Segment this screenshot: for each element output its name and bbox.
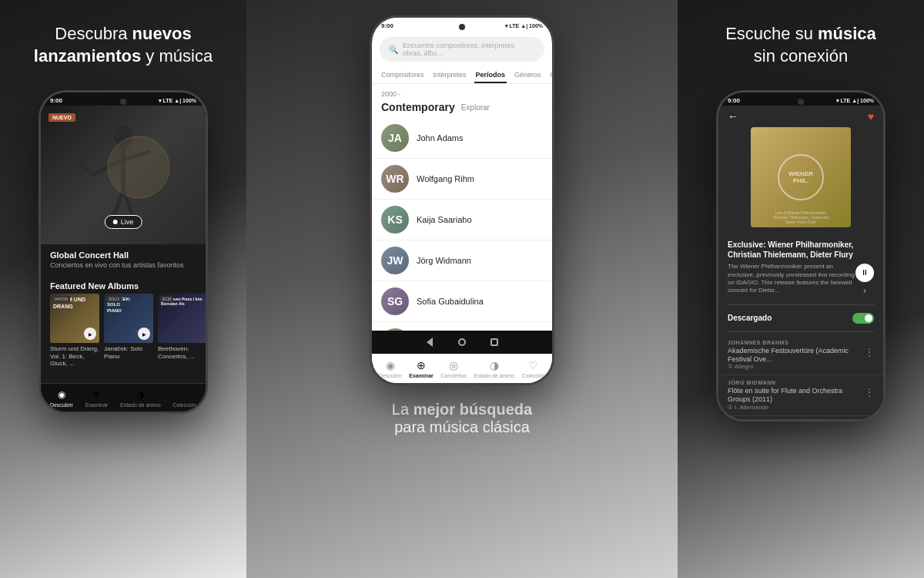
cnav-label-examinar: Examinar xyxy=(409,373,434,378)
album-item-1[interactable]: STURM UND DRANG HAYDN ▶ Sturm und Drang,… xyxy=(50,294,99,368)
album-cover-2: JANÁČEK:SOLOPIANO SOLO ▶ xyxy=(104,294,153,343)
composer-item-wolfgang-rihm[interactable]: WR Wolfgang Rihm xyxy=(372,159,552,200)
play-row-right: The Wiener Philharmoniker present an exc… xyxy=(728,263,874,297)
albums-row: STURM UND DRANG HAYDN ▶ Sturm und Drang,… xyxy=(41,294,206,368)
live-badge: Live xyxy=(105,215,142,229)
time-left: 9:00 xyxy=(50,97,62,104)
track-composer-2: JÖRG WIDMANN xyxy=(728,380,874,385)
cnav-item-coleccion2[interactable]: ♡ Colección xyxy=(521,359,545,378)
track-more-1[interactable]: ⋮ xyxy=(865,347,874,358)
bottom-nav-center: ◉ Descubrir ⊕ Examinar ◎ Conciertos ◑ Es… xyxy=(372,354,552,383)
composer-item-george-benjamin[interactable]: GB George Benjamin xyxy=(372,322,552,331)
album-cover-1: STURM UND DRANG HAYDN ▶ xyxy=(50,294,99,343)
track-movement-1: ① Allegro xyxy=(728,363,865,370)
cnav-label-descubrir: Descubrir xyxy=(379,373,402,378)
track-item-2[interactable]: JÖRG WIDMANN Flöte en suite for Flute an… xyxy=(718,375,883,416)
left-phone: 9:00 ▾ LTE ▲| 100% NUEVO xyxy=(38,90,208,414)
back-btn-center[interactable] xyxy=(423,335,437,349)
nav-label-discover: Descubrir xyxy=(50,402,73,408)
right-header: ← ♥ xyxy=(718,106,883,127)
composer-avatar-kaija-saariaho: KS xyxy=(381,206,409,234)
album-title-1: Sturm und Drang, Vol. 1: Beck, Gluck, ..… xyxy=(50,345,99,368)
track-composer-1: JOHANNES BRAHMS xyxy=(728,340,874,345)
concert-title: Global Concert Hall xyxy=(50,250,196,260)
phone-camera-left xyxy=(120,99,126,105)
play-button-right[interactable]: ⏸ xyxy=(855,264,874,282)
composer-list: JA John Adams WR Wolfgang Rihm KS Kaija … xyxy=(372,118,552,331)
recents-btn-center[interactable] xyxy=(487,335,501,349)
nav-item-estado[interactable]: ◑ Estado de ánimo xyxy=(120,388,161,408)
status-icons-left: ▾ LTE ▲| 100% xyxy=(159,98,197,104)
cnav-item-estado2[interactable]: ◑ Estado de ánimo xyxy=(474,359,514,378)
right-track-info: Exclusive: Wiener Philharmoniker, Christ… xyxy=(718,235,883,301)
album-item-2[interactable]: JANÁČEK:SOLOPIANO SOLO ▶ Janáček: Solo P… xyxy=(104,294,153,368)
track-more-2[interactable]: ⋮ xyxy=(865,387,874,398)
album-title-3: Beethoven: Concertos, ... xyxy=(158,345,206,360)
track-desc-right: The Wiener Philharmoniker present an exc… xyxy=(728,263,855,295)
cnav-item-conciertos[interactable]: ◎ Conciertos xyxy=(440,359,466,378)
track-movement-2: ① I. Allemande xyxy=(728,404,865,411)
concert-info: Global Concert Hall Conciertos en vivo c… xyxy=(41,244,206,275)
period-year: 2000 - xyxy=(372,84,552,99)
track-list-right: JOHANNES BRAHMS Akademische Festouvertür… xyxy=(718,335,883,419)
download-toggle[interactable] xyxy=(852,313,874,324)
bottom-nav-left: ◉ Descubrir ⊕ Examinar ◑ Estado de ánimo… xyxy=(41,383,206,412)
nav-label-estado: Estado de ánimo xyxy=(120,402,161,408)
track-item-3[interactable]: JÖRG WIDMANN Flöte en suite for Flute an… xyxy=(718,416,883,419)
tab-interpretes[interactable]: Intérpretes xyxy=(432,68,468,83)
filter-tabs: Compositores Intérpretes Períodos Género… xyxy=(372,68,552,84)
divider-right-2 xyxy=(728,331,874,332)
center-panel: 9:00 ▾ LTE ▲| 100% 🔍 Encuentre composito… xyxy=(246,0,678,578)
play-btn-1[interactable]: ▶ xyxy=(84,328,96,340)
composer-item-jorg-widmann[interactable]: JW Jörg Widmann xyxy=(372,240,552,281)
composer-item-john-adams[interactable]: JA John Adams xyxy=(372,118,552,159)
center-phone-screen: 9:00 ▾ LTE ▲| 100% 🔍 Encuentre composito… xyxy=(372,18,552,383)
cnav-item-descubrir[interactable]: ◉ Descubrir xyxy=(379,359,402,378)
track-item-1[interactable]: JOHANNES BRAHMS Akademische Festouvertür… xyxy=(718,335,883,376)
tab-compositores[interactable]: Compositores xyxy=(380,68,426,83)
nav-label-examinar: Examinar xyxy=(85,402,109,408)
track-name-2: Flöte en suite for Flute and Orchestra G… xyxy=(728,387,865,404)
cnav-item-examinar[interactable]: ⊕ Examinar xyxy=(409,359,434,378)
period-title: Contemporary xyxy=(381,101,455,113)
right-phone: 9:00 ▾ LTE ▲| 100% ← ♥ WIENERPHIL. Live … xyxy=(716,90,886,422)
track-name-1: Akademische Festouvertüre (Academic Fest… xyxy=(728,347,865,364)
composer-avatar-wolfgang-rihm: WR xyxy=(381,165,409,193)
back-arrow-right[interactable]: ← xyxy=(728,110,738,123)
home-btn-center[interactable] xyxy=(455,335,469,349)
right-panel: Escuche su músicasin conexión 9:00 ▾ LTE… xyxy=(678,0,924,578)
album-item-3[interactable]: Beethoven Piano I Inin Barnatan Als ECM … xyxy=(158,294,206,368)
right-phone-screen: 9:00 ▾ LTE ▲| 100% ← ♥ WIENERPHIL. Live … xyxy=(718,92,883,419)
search-icon: 🔍 xyxy=(389,45,398,54)
concert-image: NUEVO Live xyxy=(41,106,206,244)
tab-periodos[interactable]: Períodos xyxy=(474,68,507,83)
album-caption: Live of Wiener PhilharmonikerChristian T… xyxy=(751,210,851,224)
estado-icon: ◑ xyxy=(134,388,146,401)
chevron-right: › xyxy=(863,285,866,296)
status-icons-center: ▾ LTE ▲| 100% xyxy=(505,23,544,29)
composer-name-sofia-gubaidulina: Sofia Gubaidulina xyxy=(417,297,484,306)
nav-item-discover[interactable]: ◉ Descubrir xyxy=(50,388,73,408)
album-art-emblem: WIENERPHIL. xyxy=(778,154,824,200)
status-icons-right: ▾ LTE ▲| 100% xyxy=(836,98,875,104)
composer-item-kaija-saariaho[interactable]: KS Kaija Saariaho xyxy=(372,200,552,240)
explore-link[interactable]: Explorar xyxy=(461,103,490,112)
tab-generos[interactable]: Géneros xyxy=(513,68,543,83)
nav-item-coleccion[interactable]: ♡ Colección xyxy=(172,388,196,408)
heart-icon-right[interactable]: ♥ xyxy=(868,110,874,123)
tab-instrumen[interactable]: Instrumen xyxy=(549,68,552,83)
nav-item-examinar[interactable]: ⊕ Examinar xyxy=(85,388,109,408)
album-cover-3: Beethoven Piano I Inin Barnatan Als ECM xyxy=(158,294,206,343)
composer-name-kaija-saariaho: Kaija Saariaho xyxy=(417,215,472,224)
examinar-icon: ⊕ xyxy=(90,388,102,401)
search-bar[interactable]: 🔍 Encuentre compositores, intérpretes, o… xyxy=(380,37,544,62)
cnav-estado-icon: ◑ xyxy=(490,359,499,371)
cnav-examinar-icon: ⊕ xyxy=(417,359,426,371)
downloaded-row: Descargado xyxy=(718,308,883,328)
nuevo-badge: NUEVO xyxy=(49,113,75,122)
composer-name-wolfgang-rihm: Wolfgang Rihm xyxy=(417,174,474,183)
composer-item-sofia-gubaidulina[interactable]: SG Sofia Gubaidulina xyxy=(372,281,552,322)
album-art-right: WIENERPHIL. Live of Wiener Philharmonike… xyxy=(751,127,851,227)
track-title-right: Exclusive: Wiener Philharmoniker, Christ… xyxy=(728,240,874,260)
play-btn-2[interactable]: ▶ xyxy=(138,328,150,340)
